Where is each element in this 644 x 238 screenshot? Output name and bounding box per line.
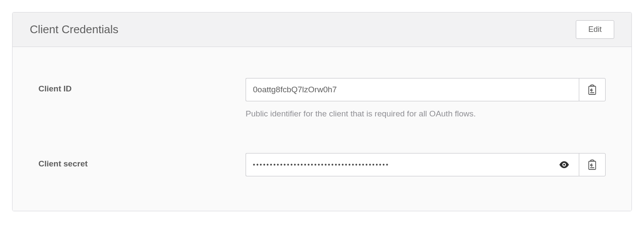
client-secret-input-group: •••••••••••••••••••••••••••••••••••••••• — [246, 153, 606, 176]
clipboard-icon — [587, 84, 597, 95]
edit-button[interactable]: Edit — [576, 20, 614, 39]
client-secret-label: Client secret — [38, 153, 246, 169]
reveal-secret-button[interactable] — [556, 161, 572, 168]
client-id-copy-button[interactable] — [579, 78, 606, 101]
client-secret-copy-button[interactable] — [579, 153, 606, 176]
client-id-label: Client ID — [38, 78, 246, 94]
clipboard-icon — [587, 159, 597, 170]
client-credentials-panel: Client Credentials Edit Client ID 0oattg… — [12, 12, 632, 211]
panel-header: Client Credentials Edit — [13, 13, 631, 47]
client-id-help: Public identifier for the client that is… — [246, 109, 606, 119]
client-secret-value: •••••••••••••••••••••••••••••••••••••••• — [253, 161, 556, 168]
client-id-value: 0oattg8fcbQ7lzOrw0h7 — [253, 85, 572, 94]
eye-icon — [559, 161, 569, 168]
client-secret-input[interactable]: •••••••••••••••••••••••••••••••••••••••• — [246, 153, 579, 176]
panel-body: Client ID 0oattg8fcbQ7lzOrw0h7 — [13, 47, 631, 211]
client-secret-content: •••••••••••••••••••••••••••••••••••••••• — [246, 153, 606, 176]
panel-title: Client Credentials — [30, 23, 118, 36]
client-secret-row: Client secret ••••••••••••••••••••••••••… — [38, 153, 606, 176]
client-id-input[interactable]: 0oattg8fcbQ7lzOrw0h7 — [246, 78, 579, 101]
svg-point-2 — [563, 164, 565, 166]
client-id-content: 0oattg8fcbQ7lzOrw0h7 — [246, 78, 606, 119]
client-id-input-group: 0oattg8fcbQ7lzOrw0h7 — [246, 78, 606, 101]
client-id-row: Client ID 0oattg8fcbQ7lzOrw0h7 — [38, 78, 606, 119]
